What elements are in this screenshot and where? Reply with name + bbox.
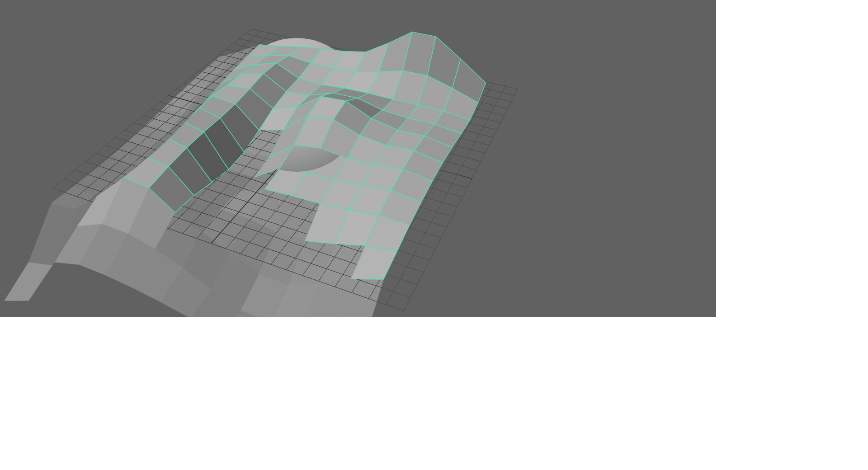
viewport-canvas[interactable] [4,4,716,317]
